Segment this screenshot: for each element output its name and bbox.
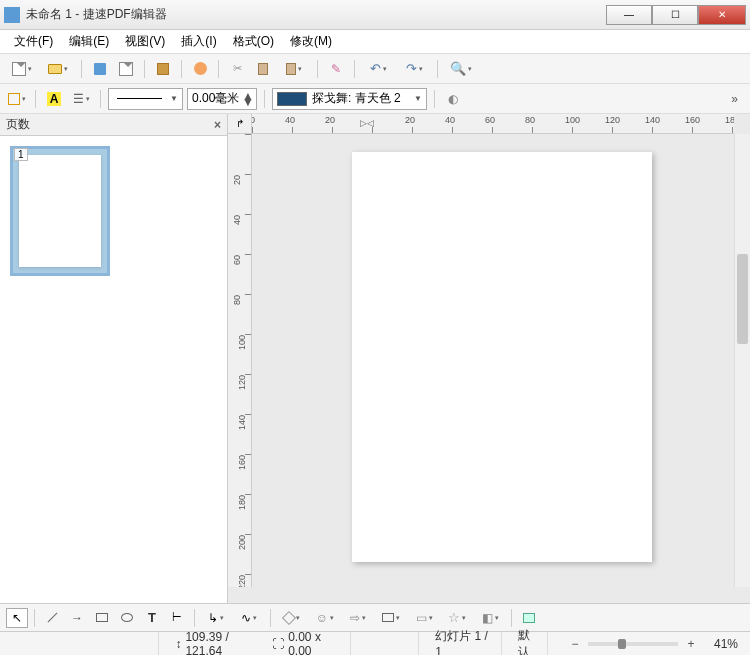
highlight-icon: A	[47, 92, 61, 106]
canvas-viewport[interactable]	[252, 134, 734, 587]
fill-color-combo[interactable]: 探戈舞: 青天色 2 ▼	[272, 88, 427, 110]
rectangle-tool[interactable]	[91, 608, 113, 628]
zoom-track[interactable]	[588, 642, 678, 646]
zoom-in-button[interactable]: +	[684, 637, 698, 651]
menu-edit[interactable]: 编辑(E)	[61, 31, 117, 52]
ruler-tick: 80	[245, 294, 251, 334]
status-default[interactable]: 默认	[512, 632, 548, 655]
line-width-input[interactable]	[192, 92, 242, 106]
menu-file[interactable]: 文件(F)	[6, 31, 61, 52]
zoom-out-button[interactable]: −	[568, 637, 582, 651]
vertical-ruler[interactable]: 20406080100120140160180200220240260280	[228, 134, 252, 587]
image-tool[interactable]	[518, 608, 540, 628]
paste-button[interactable]	[278, 58, 310, 80]
horizontal-ruler[interactable]: 60402020406080100120140160180200220240 ▷…	[252, 114, 734, 134]
new-document-button[interactable]	[6, 58, 38, 80]
menu-insert[interactable]: 插入(I)	[173, 31, 224, 52]
clone-format-button[interactable]: ✎	[325, 58, 347, 80]
effects-button[interactable]: ◐	[442, 88, 464, 110]
separator	[100, 90, 101, 108]
pages-panel-close[interactable]: ×	[214, 118, 221, 132]
size-icon: ⛶	[272, 637, 284, 651]
highlight-button[interactable]: A	[43, 88, 65, 110]
line-tool[interactable]	[41, 608, 63, 628]
curve-icon: ↳	[208, 611, 218, 625]
drawing-toolbar: ↖ → T ⊢ ↳ ∿ ☺ ⇨ ▭ ☆ ◧	[0, 603, 750, 631]
ruler-tick: 60	[252, 127, 292, 133]
spinner-arrows[interactable]: ▲▼	[242, 93, 254, 105]
text-icon: T	[148, 610, 156, 625]
basic-shapes-tool[interactable]	[277, 608, 307, 628]
cut-button[interactable]: ✂	[226, 58, 248, 80]
canvas-area: ↱ 60402020406080100120140160180200220240…	[228, 114, 750, 603]
export-button[interactable]	[115, 58, 137, 80]
block-arrows-tool[interactable]: ⇨	[343, 608, 373, 628]
special-button[interactable]	[189, 58, 211, 80]
separator	[181, 60, 182, 78]
scissors-icon: ✂	[233, 62, 242, 75]
ellipse-tool[interactable]	[116, 608, 138, 628]
save-button[interactable]	[89, 58, 111, 80]
copy-button[interactable]	[252, 58, 274, 80]
ruler-corner[interactable]: ↱	[228, 114, 252, 134]
close-button[interactable]: ✕	[698, 5, 746, 25]
save-icon	[94, 63, 106, 75]
symbol-shapes-tool[interactable]: ☺	[310, 608, 340, 628]
menu-view[interactable]: 视图(V)	[117, 31, 173, 52]
menu-format[interactable]: 格式(O)	[225, 31, 282, 52]
toolbar-overflow[interactable]: »	[731, 92, 744, 106]
separator	[144, 60, 145, 78]
scrollbar-thumb[interactable]	[737, 254, 748, 344]
redo-button[interactable]: ↷	[398, 58, 430, 80]
page-thumbnail[interactable]: 1	[10, 146, 217, 276]
image-icon	[523, 613, 535, 623]
line-width-field[interactable]: ▲▼	[187, 88, 257, 110]
open-button[interactable]	[42, 58, 74, 80]
status-slide[interactable]: 幻灯片 1 / 1	[429, 632, 502, 655]
pointer-icon: ↖	[12, 611, 22, 625]
size-value: 0.00 x 0.00	[288, 630, 344, 656]
window-title: 未命名 1 - 捷速PDF编辑器	[26, 6, 606, 23]
3d-objects-tool[interactable]: ◧	[475, 608, 505, 628]
vertical-scrollbar[interactable]	[734, 134, 750, 587]
zoom-handle[interactable]	[618, 639, 626, 649]
ruler-tick: 120	[245, 374, 251, 414]
menu-modify[interactable]: 修改(M)	[282, 31, 340, 52]
line-icon	[47, 613, 57, 623]
zoom-level[interactable]: 41%	[708, 632, 744, 655]
export-pdf-button[interactable]	[152, 58, 174, 80]
stars-tool[interactable]: ☆	[442, 608, 472, 628]
copy-icon	[258, 63, 268, 75]
vertical-text-tool[interactable]: ⊢	[166, 608, 188, 628]
rectangle-icon	[96, 613, 108, 622]
zoom-button[interactable]: 🔍	[445, 58, 477, 80]
redo-icon: ↷	[406, 61, 417, 76]
maximize-button[interactable]: ☐	[652, 5, 698, 25]
curve-tool[interactable]: ↳	[201, 608, 231, 628]
standard-toolbar: ✂ ✎ ↶ ↷ 🔍	[0, 54, 750, 84]
arrow-tool[interactable]: →	[66, 608, 88, 628]
page-canvas[interactable]	[352, 152, 652, 562]
layout-button[interactable]	[6, 88, 28, 110]
format-toolbar: A ☰ ▼ ▲▼ 探戈舞: 青天色 2 ▼ ◐ »	[0, 84, 750, 114]
callout-tool[interactable]: ▭	[409, 608, 439, 628]
callout-icon: ▭	[416, 611, 427, 625]
new-document-icon	[12, 62, 26, 76]
pdf-icon	[157, 63, 169, 75]
ruler-tick: 120	[612, 127, 652, 133]
text-tool[interactable]: T	[141, 608, 163, 628]
pointer-tool[interactable]: ↖	[6, 608, 28, 628]
minimize-button[interactable]: —	[606, 5, 652, 25]
flowchart-tool[interactable]	[376, 608, 406, 628]
ruler-tick: 80	[532, 127, 572, 133]
connector-tool[interactable]: ∿	[234, 608, 264, 628]
line-style-combo[interactable]: ▼	[108, 88, 183, 110]
zoom-slider[interactable]: − +	[568, 637, 698, 651]
chevron-down-icon: ▼	[414, 94, 422, 103]
outline-button[interactable]: ☰	[69, 88, 93, 110]
ruler-tick	[372, 127, 412, 133]
ellipse-icon	[121, 613, 133, 622]
ruler-tick: 220	[245, 574, 251, 587]
undo-button[interactable]: ↶	[362, 58, 394, 80]
main-area: 页数 × 1 ↱ 6040202040608010012014016018020…	[0, 114, 750, 603]
